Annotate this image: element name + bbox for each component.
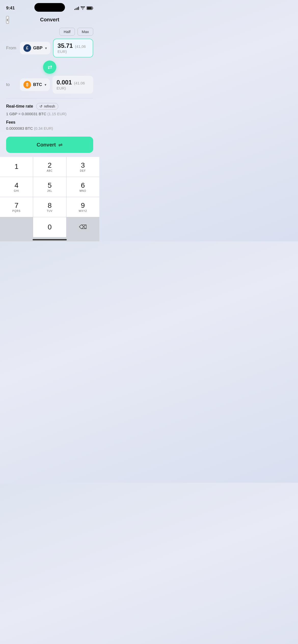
battery-icon — [87, 6, 93, 10]
from-chevron-icon: ▾ — [45, 46, 47, 50]
amount-shortcuts: Half Max — [6, 28, 93, 36]
rate-value: 1 GBP = 0.000031 BTC (1.15 EUR) — [6, 112, 93, 116]
from-row: From £ GBP ▾ 35.71 (41,06 EUR) — [6, 39, 93, 57]
btc-icon: ₿ — [23, 81, 31, 89]
from-amount-box[interactable]: 35.71 (41,06 EUR) — [53, 39, 93, 57]
dynamic-island — [34, 3, 65, 12]
rate-text: 1 GBP = 0.000031 BTC — [6, 112, 46, 116]
convert-button-label: Convert — [37, 142, 56, 148]
fees-section: Fees 0.0000083 BTC (0.34 EUR) — [6, 120, 93, 130]
half-button[interactable]: Half — [59, 28, 75, 36]
status-icons — [74, 6, 93, 10]
fees-value: 0.0000083 BTC (0.34 EUR) — [6, 126, 93, 130]
key-1[interactable]: 1 — [0, 157, 33, 177]
to-chevron-icon: ▾ — [45, 83, 46, 87]
from-label: From — [6, 46, 17, 51]
key-3[interactable]: 3 DEF — [66, 157, 99, 177]
backspace-icon: ⌫ — [79, 224, 87, 230]
svg-rect-1 — [87, 7, 92, 9]
to-currency-code: BTC — [33, 82, 42, 87]
swap-arrows-icon: ⇅ — [46, 65, 53, 69]
nav-bar: ‹ Convert — [0, 13, 99, 25]
key-empty — [0, 217, 33, 237]
rate-header: Real-time rate ↺ refresh — [6, 103, 93, 110]
home-indicator — [0, 237, 99, 241]
from-amount: 35.71 — [58, 42, 73, 49]
refresh-icon: ↺ — [39, 104, 43, 108]
back-button[interactable]: ‹ — [6, 16, 9, 24]
refresh-button[interactable]: ↺ refresh — [36, 103, 59, 110]
to-amount: 0.001 — [57, 79, 72, 86]
divider — [6, 98, 93, 98]
swap-container: ⇅ — [6, 61, 93, 74]
key-4[interactable]: 4 GHI — [0, 177, 33, 197]
key-7[interactable]: 7 PQRS — [0, 197, 33, 217]
swap-button[interactable]: ⇅ — [43, 61, 56, 74]
rate-title: Real-time rate — [6, 104, 33, 109]
to-amount-box: 0.001 (41.06 EUR) — [52, 76, 93, 94]
fees-text: 0.0000083 BTC — [6, 126, 33, 130]
main-content: Half Max From £ GBP ▾ 35.71 (41,06 EUR) … — [0, 25, 99, 153]
key-6[interactable]: 6 MNO — [66, 177, 99, 197]
from-currency-selector[interactable]: £ GBP ▾ — [20, 42, 50, 54]
convert-button[interactable]: Convert ⇌ — [6, 137, 93, 153]
wifi-icon — [80, 6, 85, 10]
from-currency-code: GBP — [33, 46, 43, 51]
home-bar — [33, 239, 67, 240]
fees-title: Fees — [6, 120, 93, 125]
page-title: Convert — [40, 17, 59, 23]
convert-arrows-icon: ⇌ — [58, 142, 63, 148]
key-5[interactable]: 5 JKL — [33, 177, 66, 197]
rate-section: Real-time rate ↺ refresh 1 GBP = 0.00003… — [6, 103, 93, 116]
to-label: to — [6, 82, 17, 87]
to-row: to ₿ BTC ▾ 0.001 (41.06 EUR) — [6, 76, 93, 94]
to-currency-selector[interactable]: ₿ BTC ▾ — [20, 78, 50, 91]
status-time: 9:41 — [6, 6, 15, 11]
keypad: 1 2 ABC 3 DEF 4 GHI 5 JKL 6 MNO 7 PQRS — [0, 157, 99, 241]
gbp-icon: £ — [23, 44, 31, 52]
refresh-label: refresh — [44, 104, 55, 108]
signal-icon — [74, 6, 79, 10]
keypad-grid: 1 2 ABC 3 DEF 4 GHI 5 JKL 6 MNO 7 PQRS — [0, 157, 99, 237]
rate-eur: (1.15 EUR) — [47, 112, 66, 116]
fees-eur: (0.34 EUR) — [34, 126, 53, 130]
max-button[interactable]: Max — [77, 28, 93, 36]
key-2[interactable]: 2 ABC — [33, 157, 66, 177]
key-0[interactable]: 0 — [33, 217, 66, 237]
key-9[interactable]: 9 WXYZ — [66, 197, 99, 217]
backspace-button[interactable]: ⌫ — [66, 217, 99, 237]
key-8[interactable]: 8 TUV — [33, 197, 66, 217]
